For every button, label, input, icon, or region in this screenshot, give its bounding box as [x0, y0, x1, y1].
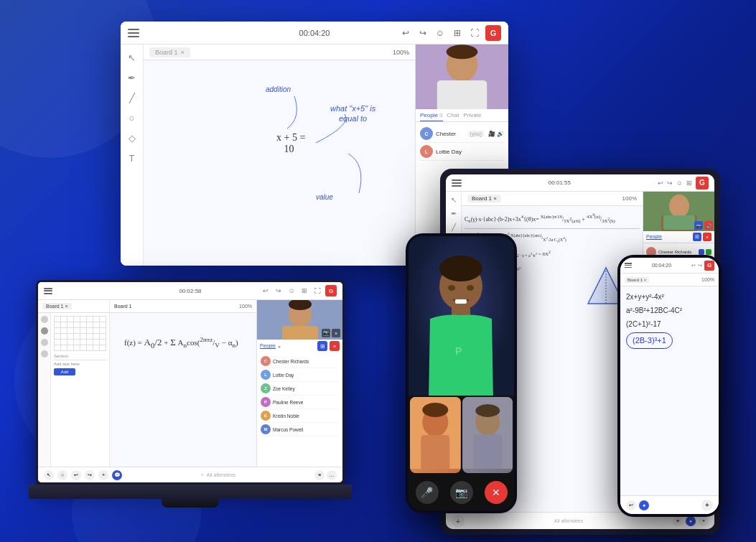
board-tab[interactable]: Board 1 ×	[149, 47, 190, 57]
laptop-emoji-icon[interactable]: ☺	[286, 286, 297, 296]
laptop-people-tab-label[interactable]: People	[260, 343, 276, 349]
phone-small-canvas[interactable]: Board 1 × 100% 2x+y+y²-4x² a²-9B²+12BC-4…	[620, 274, 719, 495]
laptop-redo-icon[interactable]: ↪	[274, 286, 284, 296]
tablet-cursor-tool[interactable]: ↖	[451, 196, 457, 204]
tablet-line-tool[interactable]: ╱	[452, 223, 456, 231]
phone-end-button[interactable]: ✕	[485, 481, 508, 504]
laptop-name-marcus: Marcus Powell	[273, 427, 303, 432]
line-tool[interactable]: ╱	[125, 90, 139, 105]
person-avatar-lottie: L	[420, 145, 433, 158]
laptop-bottom-chat-icon[interactable]: 💬	[112, 470, 122, 480]
tablet-redo-icon[interactable]: ↪	[667, 179, 673, 187]
tablet-bottom-icon-blue[interactable]: ●	[686, 516, 696, 526]
tablet-panel-btn-2[interactable]: ×	[703, 233, 711, 241]
laptop-bottom-icon-3[interactable]: ↩	[71, 470, 81, 480]
phone-small-bottom-add[interactable]: +	[701, 500, 713, 511]
cursor-tool[interactable]: ↖	[125, 50, 139, 65]
tablet-emoji-icon[interactable]: ☺	[676, 179, 683, 187]
tablet-chester-icon-1[interactable]	[699, 249, 704, 255]
laptop-close-icon[interactable]: ×	[332, 329, 340, 337]
person-item-lottie: L Lottie Day	[420, 143, 504, 161]
tablet-name-chester: Chester Richards	[658, 250, 691, 254]
end-call-button[interactable]: G	[485, 25, 501, 41]
tablet-undo-icon[interactable]: ↩	[658, 179, 663, 187]
panel-tab-private[interactable]: Private	[464, 112, 482, 121]
phone-small-bottom-icon-blue[interactable]: ●	[639, 500, 649, 510]
hamburger-icon[interactable]	[128, 29, 139, 37]
tablet-cam-btn[interactable]: 📷	[694, 221, 703, 230]
laptop-hamburger-icon[interactable]	[44, 288, 52, 294]
laptop-tool-4[interactable]	[41, 350, 48, 358]
tablet-bottom-icon-1[interactable]: ≡	[673, 516, 683, 526]
tablet-panel-buttons: ⊞ ×	[693, 233, 711, 241]
phone-mic-button[interactable]: 🎤	[416, 481, 439, 504]
emoji-icon[interactable]: ☺	[434, 27, 447, 39]
laptop-bottom-icon-2[interactable]: ○	[57, 470, 67, 480]
phone-video-cell-woman	[410, 397, 461, 473]
laptop-main-canvas[interactable]: Board 1 100% f(z) = A0/2 + Σ Ancos(2nπz/…	[110, 300, 256, 467]
panel-tab-people[interactable]: People 0	[420, 112, 443, 121]
tablet-panel-btn-1[interactable]: ⊞	[693, 233, 701, 241]
laptop-bottom-right-1[interactable]: ≡	[314, 470, 325, 480]
canvas-content[interactable]: addition what "x+5" isequal to x + 5 = 1…	[144, 60, 415, 266]
phone-small-board-tab[interactable]: Board 1 ×	[625, 277, 649, 283]
laptop-end-btn[interactable]: ×	[330, 341, 340, 351]
phone-small-undo[interactable]: ↩	[691, 263, 696, 268]
laptop-toolbar-icons: ↩ ↪ ☺ ⊞ ⛶ G	[261, 285, 337, 296]
phone-small-bottom-icon-1[interactable]: ↩	[626, 500, 636, 510]
laptop-board-tab[interactable]: Board 1 ×	[42, 303, 72, 309]
redo-icon[interactable]: ↪	[416, 27, 429, 39]
laptop-bottom-icon-5[interactable]: +	[98, 470, 108, 480]
laptop-add-button[interactable]: Add	[54, 368, 75, 375]
tablet-hamburger-icon[interactable]	[452, 179, 462, 187]
phone-small-redo[interactable]: ↪	[698, 263, 702, 268]
laptop-people-tab-header: People ● ⊞ ×	[257, 340, 342, 352]
laptop-bottom-right-2[interactable]: …	[327, 470, 337, 480]
phone-small-end-btn[interactable]: G	[704, 261, 714, 271]
laptop-avatar-chester: C	[261, 356, 271, 366]
tablet-mic-btn[interactable]: 🔊	[704, 221, 713, 230]
pen-tool[interactable]: ✒	[125, 70, 139, 85]
laptop-tool-3[interactable]	[41, 339, 48, 346]
annotation-value: value	[316, 193, 333, 201]
phone-small-hamburger[interactable]	[625, 263, 632, 268]
laptop-screen: 00:02:58 ↩ ↪ ☺ ⊞ ⛶ G Board 1 ×	[36, 280, 345, 485]
laptop-tool-1[interactable]	[41, 316, 48, 323]
tablet-grid-icon[interactable]: ⊞	[686, 179, 692, 187]
laptop-undo-icon[interactable]: ↩	[261, 286, 271, 296]
fullscreen-icon[interactable]: ⛶	[468, 27, 481, 39]
laptop-bottom-icon-1[interactable]: ↖	[44, 470, 54, 480]
monitor-canvas[interactable]: Board 1 × 100% addition what "x+5" isequ…	[144, 45, 415, 266]
board-tab-close[interactable]: ×	[181, 49, 185, 56]
text-tool[interactable]: T	[125, 151, 139, 165]
laptop-tool-2[interactable]	[41, 327, 48, 335]
laptop-person-lottie: L Lottie Day	[261, 368, 339, 382]
tablet-pen-tool[interactable]: ✒	[451, 210, 457, 218]
grid-icon[interactable]: ⊞	[451, 27, 464, 39]
circle-tool[interactable]: ○	[125, 111, 139, 125]
monitor-titlebar: 00:04:20 ↩ ↪ ☺ ⊞ ⛶ G	[121, 22, 508, 45]
shape-tool[interactable]: ◇	[125, 131, 139, 145]
laptop-fullscreen-icon[interactable]: ⛶	[312, 286, 322, 296]
tablet-people-tab-label[interactable]: People	[646, 234, 662, 240]
phone-man-svg: P	[409, 236, 514, 396]
laptop-people-action-btn[interactable]: ⊞	[317, 341, 327, 351]
tablet-chester-icon-2[interactable]	[706, 249, 711, 255]
laptop-avatar-zoe: Z	[261, 383, 271, 393]
laptop-end-call-button[interactable]: G	[325, 285, 337, 296]
tablet-bottom-icon-plus[interactable]: +	[699, 516, 709, 526]
panel-tab-chat[interactable]: Chat	[447, 112, 459, 121]
phone-cam-button[interactable]: 📷	[450, 481, 473, 504]
tablet-add-board-btn[interactable]: +	[452, 515, 465, 528]
tablet-end-call-button[interactable]: G	[696, 177, 709, 190]
undo-icon[interactable]: ↩	[399, 27, 412, 39]
laptop-bottom-icon-4[interactable]: ↪	[85, 470, 95, 480]
phone-small-body: 00:04:20 ↩ ↪ G Board 1 × 100% 2x+y+y²-4x…	[617, 255, 722, 517]
laptop-grid-icon[interactable]: ⊞	[299, 286, 309, 296]
annotation-what: what "x+5" isequal to	[330, 103, 375, 124]
tablet-person-chester-icons	[699, 249, 711, 255]
laptop-name-pauline: Pauline Reeve	[273, 400, 303, 405]
tablet-board-tab[interactable]: Board 1 ×	[467, 195, 501, 202]
laptop-cam-icon[interactable]: 📷	[322, 329, 330, 337]
phone-small-tab-bar: Board 1 × 100%	[620, 274, 719, 286]
